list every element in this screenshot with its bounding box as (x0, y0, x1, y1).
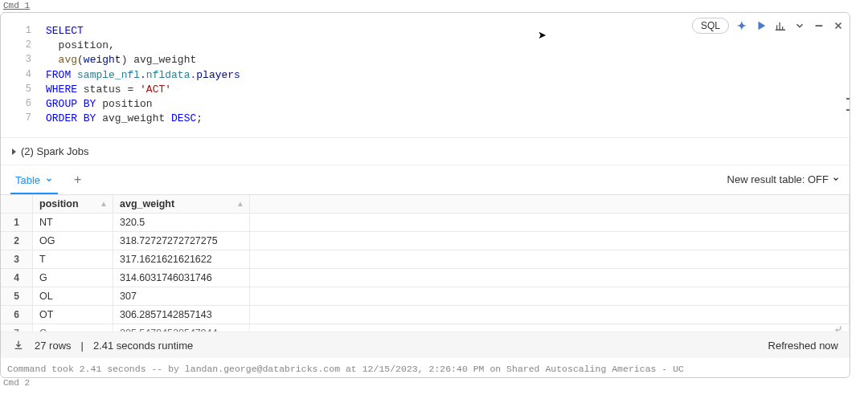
result-table-toggle[interactable]: New result table: OFF (727, 173, 840, 190)
code-content: FROM sample_nfl.nfldata.players (46, 68, 850, 83)
tab-table[interactable]: Table (10, 169, 58, 194)
cell-title: Cmd 1 (0, 0, 850, 12)
spark-jobs-toggle[interactable]: (2) Spark Jobs (1, 137, 850, 165)
column-header[interactable]: position▲ (33, 195, 113, 213)
status-bar: 27 rows | 2.41 seconds runtime Refreshed… (1, 332, 850, 358)
notebook-cell: ➤ SQL ✦ 1SELECT2 position,3 avg(weight) … (0, 12, 850, 378)
table-row[interactable]: 6OT306.2857142857143 (1, 306, 850, 324)
chevron-down-icon[interactable] (793, 19, 806, 32)
cell-avg-weight: 306.2857142857143 (113, 306, 250, 324)
table-row[interactable]: 4G314.6031746031746 (1, 269, 850, 287)
chart-icon[interactable] (774, 19, 787, 32)
row-index-header (1, 195, 33, 213)
code-line: 4FROM sample_nfl.nfldata.players (1, 68, 850, 83)
row-index: 3 (1, 250, 33, 268)
download-icon[interactable] (12, 339, 25, 352)
next-cell-title: Cmd 2 (0, 378, 850, 388)
code-line: 5WHERE status = 'ACT' (1, 83, 850, 97)
column-header[interactable]: avg_weight▲ (113, 195, 250, 213)
cell-avg-weight: 307 (113, 287, 250, 305)
row-count: 27 rows (35, 340, 72, 352)
cell-position: T (33, 250, 113, 268)
line-number: 3 (1, 53, 46, 67)
result-table: position▲avg_weight▲1NT320.52OG318.72727… (1, 194, 850, 332)
line-number: 2 (1, 39, 46, 53)
cell-position: C (33, 324, 113, 332)
table-row[interactable]: 5OL307 (1, 287, 850, 306)
sort-icon[interactable]: ▲ (236, 199, 244, 208)
cell-avg-weight: 320.5 (113, 214, 250, 231)
line-number: 5 (1, 83, 46, 97)
cell-avg-weight: 314.6031746031746 (113, 269, 250, 287)
table-row[interactable]: 2OG318.72727272727275 (1, 232, 850, 250)
table-row[interactable]: 1NT320.5 (1, 214, 850, 232)
cell-position: OT (33, 306, 113, 324)
code-line: 6GROUP BY position (1, 97, 850, 112)
code-line: 2 position, (1, 39, 850, 53)
cell-toolbar: SQL ✦ (692, 18, 845, 34)
tab-label: Table (15, 174, 40, 186)
result-tabs: Table + New result table: OFF (1, 165, 850, 194)
row-index: 5 (1, 287, 33, 305)
spark-jobs-label: (2) Spark Jobs (21, 145, 89, 157)
code-line: 7ORDER BY avg_weight DESC; (1, 112, 850, 126)
code-content: GROUP BY position (46, 97, 850, 112)
line-number: 4 (1, 68, 46, 83)
row-index: 2 (1, 232, 33, 250)
line-number: 1 (1, 24, 46, 39)
cell-position: NT (33, 214, 113, 231)
minimize-icon[interactable] (813, 19, 825, 32)
chevron-down-icon[interactable] (45, 174, 53, 186)
code-content: position, (46, 39, 850, 53)
sort-icon[interactable]: ▲ (100, 199, 108, 208)
line-number: 7 (1, 112, 46, 126)
line-number: 6 (1, 97, 46, 112)
row-index: 4 (1, 269, 33, 287)
row-index: 7 (1, 324, 33, 332)
code-content: avg(weight) avg_weight (46, 53, 850, 67)
row-index: 1 (1, 214, 33, 231)
cell-position: G (33, 269, 113, 287)
result-toggle-label: New result table: OFF (727, 173, 829, 185)
caret-right-icon (12, 149, 16, 155)
cell-avg-weight: 318.72727272727275 (113, 232, 250, 250)
close-icon[interactable] (832, 19, 845, 32)
table-row[interactable]: 7C305.54794520547944 (1, 324, 850, 332)
code-line: 3 avg(weight) avg_weight (1, 53, 850, 67)
row-index: 6 (1, 306, 33, 324)
add-tab-button[interactable]: + (74, 173, 81, 190)
table-header: position▲avg_weight▲ (1, 195, 850, 214)
code-content: WHERE status = 'ACT' (46, 83, 850, 97)
return-icon: ⤶ (833, 323, 843, 336)
cell-avg-weight: 317.1621621621622 (113, 250, 250, 268)
runtime: 2.41 seconds runtime (93, 340, 193, 352)
run-icon[interactable] (755, 19, 768, 32)
language-pill[interactable]: SQL (692, 18, 729, 34)
command-footer: Command took 2.41 seconds -- by landan.g… (1, 358, 850, 377)
collapse-handle[interactable] (846, 98, 850, 111)
refreshed-label: Refreshed now (768, 340, 838, 352)
table-row[interactable]: 3T317.1621621621622 (1, 250, 850, 269)
cell-position: OG (33, 232, 113, 250)
separator: | (81, 340, 84, 352)
cell-avg-weight: 305.54794520547944 (113, 324, 250, 332)
assist-icon[interactable]: ✦ (735, 19, 748, 32)
code-content: ORDER BY avg_weight DESC; (46, 112, 850, 126)
cell-position: OL (33, 287, 113, 305)
